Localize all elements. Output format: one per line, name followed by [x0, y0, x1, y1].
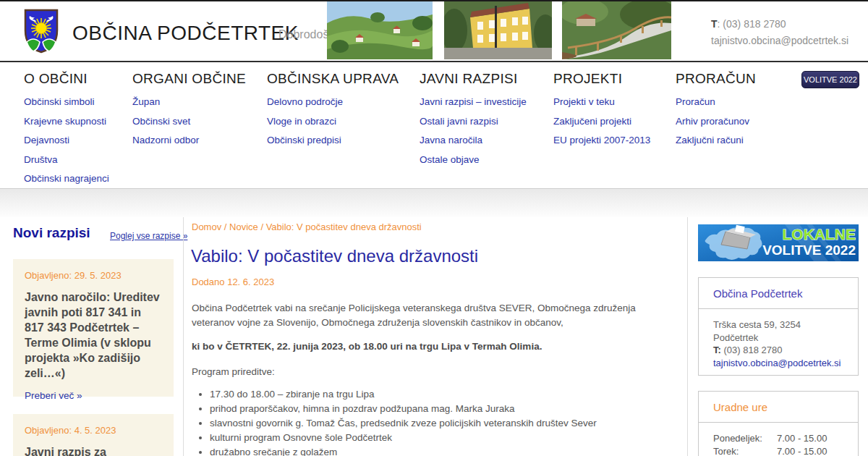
header-phone: T: (03) 818 2780 — [711, 16, 848, 33]
municipality-phone: T: (03) 818 2780 — [713, 344, 843, 357]
nav-link[interactable]: Občinski nagrajenci — [24, 173, 109, 184]
nav-column-organi-obcine: ORGANI OBČINE Župan Občinski svet Nadzor… — [132, 71, 246, 154]
nav-bottom-gradient — [0, 188, 868, 217]
breadcrumb-home-link[interactable]: Domov — [192, 221, 221, 232]
nav-column-proracun: PRORAČUN Proračun Arhiv proračunov Zaklj… — [676, 71, 756, 154]
nav-heading[interactable]: JAVNI RAZPISI — [420, 71, 527, 87]
nav-link[interactable]: Arhiv proračunov — [676, 116, 756, 127]
phone-number: (03) 818 2780 — [721, 345, 783, 355]
program-bullet-list: 17.30 do 18.00 – zbiranje na trgu Lipa p… — [210, 387, 680, 456]
header-photo-town-hall — [444, 1, 552, 59]
office-hours-body: Ponedeljek: 7.00 - 15.00 Torek: 7.00 - 1… — [699, 423, 858, 456]
phone-label: T: — [713, 345, 721, 355]
nav-column-projekti: PROJEKTI Projekti v teku Zaključeni proj… — [553, 71, 650, 154]
right-content-divider — [687, 217, 688, 456]
nav-link[interactable]: Društva — [24, 154, 109, 165]
office-hours-value: 7.00 - 15.00 — [777, 432, 827, 445]
nav-link[interactable]: Delovno področje — [267, 96, 399, 107]
news-published-date: Objavljeno: 4. 5. 2023 — [25, 425, 162, 436]
breadcrumb-separator: / — [221, 221, 229, 232]
office-hours-row: Torek: 7.00 - 15.00 — [713, 445, 843, 456]
nav-link[interactable]: Projekti v teku — [553, 96, 650, 107]
nav-link[interactable]: Občinski predpisi — [267, 135, 399, 145]
header-contact-block: T: (03) 818 2780 tajnistvo.obcina@podcet… — [711, 16, 848, 49]
nav-link[interactable]: Občinski svet — [132, 116, 246, 127]
office-hours-day: Torek: — [713, 445, 777, 456]
nav-column-obcinska-uprava: OBČINSKA UPRAVA Delovno področje Vloge i… — [267, 71, 399, 154]
nav-link[interactable]: Zaključeni projekti — [553, 116, 650, 127]
left-content-divider — [183, 217, 184, 456]
nav-link[interactable]: Nadzorni odbor — [132, 135, 246, 145]
banner-line2: VOLITVE 2022 — [762, 242, 856, 258]
news-title[interactable]: Javni razpis za — [25, 444, 162, 456]
phone-number: : (03) 818 2780 — [718, 18, 786, 30]
header-email-link[interactable]: tajnistvo.obcina@podcetrtek.si — [711, 35, 848, 46]
news-published-date: Objavljeno: 29. 5. 2023 — [25, 270, 162, 281]
office-hours-box: Uradne ure Ponedeljek: 7.00 - 15.00 Tore… — [698, 391, 859, 456]
nav-link[interactable]: Javni razpisi – investicije — [420, 96, 527, 107]
read-more-link[interactable]: Preberi več » — [25, 390, 82, 401]
welcome-text: Dobrodošli — [278, 28, 333, 41]
nav-heading[interactable]: O OBČINI — [24, 71, 109, 87]
breadcrumb-separator: / — [258, 221, 266, 232]
banner-line1: LOKALNE — [783, 226, 856, 242]
nav-link[interactable]: Vloge in obrazci — [267, 116, 399, 127]
program-bullet: 17.30 do 18.00 – zbiranje na trgu Lipa — [210, 387, 680, 402]
article-date: Dodano 12. 6. 2023 — [192, 276, 274, 287]
breadcrumb-news-link[interactable]: Novice — [229, 221, 258, 232]
nav-heading[interactable]: OBČINSKA UPRAVA — [267, 71, 399, 87]
municipality-contact-box: Občina Podčetrtek Trška cesta 59, 3254 P… — [698, 277, 859, 376]
program-bullet: družabno srečanje z golažem — [210, 445, 680, 456]
office-hours-value: 7.00 - 15.00 — [777, 445, 827, 456]
nav-link[interactable]: Zaključni računi — [676, 135, 756, 145]
nav-link[interactable]: Krajevne skupnosti — [24, 116, 109, 127]
nav-link[interactable]: Župan — [132, 96, 246, 107]
main-navigation: O OBČINI Občinski simboli Krajevne skupn… — [0, 62, 868, 188]
nav-heading[interactable]: ORGANI OBČINE — [132, 71, 246, 87]
news-title[interactable]: Javno naročilo: Ureditev javnih poti 817… — [25, 290, 162, 381]
nav-link[interactable]: Občinski simboli — [24, 96, 109, 107]
lokalne-volitve-2022-banner[interactable]: LOKALNE VOLITVE 2022 — [698, 224, 859, 261]
municipality-coat-of-arms-logo[interactable] — [24, 9, 59, 54]
nav-link[interactable]: Javna naročila — [420, 135, 527, 145]
office-hours-day: Ponedeljek: — [713, 432, 777, 445]
article-paragraph-bold: ki bo v ČETRTEK, 22. junija 2023, ob 18.… — [192, 341, 669, 352]
nav-heading[interactable]: PROJEKTI — [553, 71, 650, 87]
news-sidebar-heading: Novi razpisi — [13, 225, 90, 241]
nav-link[interactable]: Ostale objave — [420, 154, 527, 165]
municipality-email-link[interactable]: tajnistvo.obcina@podcetrtek.si — [713, 358, 841, 368]
site-title[interactable]: OBČINA PODČETRTEK — [72, 22, 299, 45]
program-bullet: slavnostni govornik g. Tomaž Čas, predse… — [210, 416, 680, 431]
nav-link[interactable]: Ostali javni razpisi — [420, 116, 527, 127]
news-card[interactable]: Objavljeno: 29. 5. 2023 Javno naročilo: … — [13, 259, 174, 397]
municipality-address: Trška cesta 59, 3254 Podčetrtek — [713, 318, 843, 344]
program-bullet: prihod praporščakov, himna in pozdrav po… — [210, 402, 680, 416]
article-paragraph: Občina Podčetrtek vabi na srečanje Polic… — [192, 301, 669, 330]
nav-column-javni-razpisi: JAVNI RAZPISI Javni razpisi – investicij… — [420, 71, 527, 173]
contact-box-body: Trška cesta 59, 3254 Podčetrtek T: (03) … — [699, 309, 858, 379]
site-header: OBČINA PODČETRTEK Dobrodošli — [0, 1, 868, 61]
view-all-tenders-link[interactable]: Poglej vse razpise » — [110, 231, 187, 241]
program-bullet: kulturni program Osnovne šole Podčetrtek — [210, 431, 680, 445]
header-photo-countryside — [327, 1, 433, 59]
volitve-2022-button[interactable]: VOLITVE 2022 — [801, 71, 859, 88]
nav-heading[interactable]: PRORAČUN — [676, 71, 756, 87]
news-card[interactable]: Objavljeno: 4. 5. 2023 Javni razpis za — [13, 414, 174, 456]
contact-box-title[interactable]: Občina Podčetrtek — [699, 278, 858, 309]
header-photo-path — [562, 1, 671, 59]
phone-label: T — [711, 18, 718, 30]
article-title: Vabilo: V počastitev dneva državnosti — [191, 246, 478, 266]
office-hours-row: Ponedeljek: 7.00 - 15.00 — [713, 432, 843, 445]
nav-link[interactable]: Proračun — [676, 96, 756, 107]
breadcrumb: Domov / Novice / Vabilo: V počastitev dn… — [192, 221, 422, 232]
office-hours-title: Uradne ure — [699, 392, 858, 423]
nav-link[interactable]: EU projekti 2007-2013 — [553, 135, 650, 145]
nav-column-o-obcini: O OBČINI Občinski simboli Krajevne skupn… — [24, 71, 109, 193]
article-paragraph: Program prireditve: — [192, 366, 275, 377]
nav-link[interactable]: Dejavnosti — [24, 135, 109, 145]
breadcrumb-current: Vabilo: V počastitev dneva državnosti — [266, 221, 422, 232]
